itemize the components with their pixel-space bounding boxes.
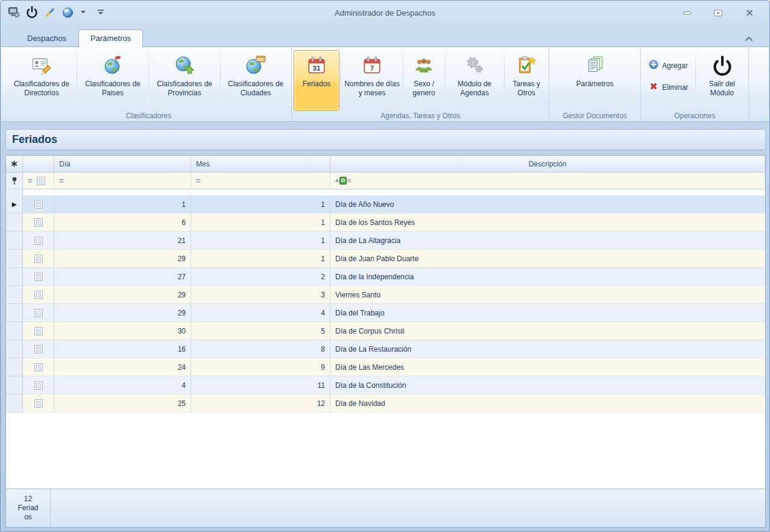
grid-empty-area[interactable] [6, 413, 765, 489]
cell-descripcion[interactable]: Viernes Santo [330, 286, 765, 304]
cell-mes[interactable]: 1 [191, 214, 330, 232]
cell-descripcion[interactable]: Día del Trabajo [330, 304, 765, 322]
equals-operator-icon[interactable]: = [59, 176, 64, 185]
cell-mes[interactable]: 4 [191, 304, 330, 322]
close-button[interactable]: × [744, 8, 755, 17]
ribbon-button-tareas-otros[interactable]: Tareas y Otros [506, 50, 547, 111]
row-checkbox-cell[interactable] [23, 322, 54, 340]
cell-dia[interactable]: 29 [54, 304, 191, 322]
cell-mes[interactable]: 5 [191, 322, 330, 340]
row-checkbox[interactable] [34, 327, 43, 335]
cell-descripcion[interactable]: Día de la Independencia [330, 268, 765, 286]
equals-operator-icon[interactable]: = [28, 176, 33, 185]
grid-row[interactable]: 168Día de La Restauración [6, 340, 765, 358]
cell-mes[interactable]: 11 [191, 376, 330, 394]
cell-mes[interactable]: 1 [191, 232, 330, 250]
tab-parametros[interactable]: Parámetros [78, 30, 143, 47]
grid-row[interactable]: 411Día de la Constitución [6, 376, 765, 394]
minimize-button[interactable] [681, 8, 692, 17]
cell-descripcion[interactable]: Día de La Restauración [330, 340, 765, 358]
row-checkbox-cell[interactable] [23, 286, 54, 304]
row-checkbox[interactable] [34, 309, 43, 317]
row-checkbox[interactable] [34, 381, 43, 390]
cell-descripcion[interactable]: Día de Corpus Christi [330, 322, 765, 340]
grid-row[interactable]: 211Día de La Altagracia [6, 232, 765, 250]
ribbon-button-clasificadores-ciudades[interactable]: ABC Clasificadores de Ciudades [222, 50, 289, 111]
cell-dia[interactable]: 6 [54, 214, 191, 232]
grid-row[interactable]: 61Día de los Santos Reyes [6, 214, 765, 232]
cell-dia[interactable]: 27 [54, 268, 191, 286]
ribbon-button-modulo-agendas[interactable]: Módulo de Agendas [446, 50, 503, 111]
ribbon-button-sexo-genero[interactable]: Sexo / genero [405, 50, 443, 111]
contains-filter-icon[interactable]: ABC [335, 177, 351, 185]
cell-descripcion[interactable]: Día de Las Mercedes [330, 358, 765, 376]
grid-row[interactable]: 272Día de la Independencia [6, 268, 765, 286]
filter-checkbox[interactable] [37, 177, 45, 185]
row-checkbox[interactable] [34, 399, 43, 408]
row-checkbox[interactable] [34, 363, 43, 372]
ribbon-button-nombres-dias-meses[interactable]: 7 Nombres de días y meses [342, 50, 402, 111]
column-header-mes[interactable]: Mes [191, 156, 330, 172]
ribbon-button-agregar[interactable]: Agregar [649, 60, 688, 71]
grid-row[interactable]: 2512Día de Navidad [6, 394, 765, 413]
cell-mes[interactable]: 3 [191, 286, 330, 304]
ribbon-button-salir-modulo[interactable]: Salir del Módulo [697, 50, 746, 111]
cell-mes[interactable]: 12 [191, 394, 330, 413]
ribbon-button-eliminar[interactable]: Eliminar [649, 81, 688, 93]
filter-cell-checkbox[interactable]: = [23, 173, 54, 189]
ribbon-button-feriados[interactable]: 31 Feriados [294, 50, 339, 111]
ribbon-button-parametros-gestor[interactable]: Parámetros [560, 50, 631, 111]
cell-mes[interactable]: 1 [191, 250, 330, 268]
row-checkbox-cell[interactable] [23, 340, 54, 358]
cell-mes[interactable]: 9 [191, 358, 330, 376]
cell-dia[interactable]: 1 [54, 195, 191, 214]
maximize-button[interactable] [713, 8, 724, 17]
cell-descripcion[interactable]: Día de Navidad [330, 394, 765, 413]
row-checkbox-cell[interactable] [23, 232, 54, 250]
cell-descripcion[interactable]: Día de la Constitución [330, 376, 765, 394]
row-checkbox[interactable] [34, 255, 43, 263]
filter-cell-mes[interactable]: = [191, 173, 330, 189]
row-checkbox[interactable] [34, 291, 43, 299]
grid-row[interactable]: 291Día de Juan Pablo Duarte [6, 250, 765, 268]
ribbon-collapse-button[interactable] [744, 35, 754, 42]
row-checkbox[interactable] [34, 236, 43, 245]
row-checkbox-cell[interactable] [23, 250, 54, 268]
grid-row[interactable]: 293Viernes Santo [6, 286, 765, 304]
row-checkbox[interactable] [34, 345, 43, 353]
cell-dia[interactable]: 25 [54, 394, 191, 413]
row-indicator-header[interactable] [6, 156, 23, 172]
grid-row[interactable]: 249Día de Las Mercedes [6, 358, 765, 376]
row-checkbox[interactable] [34, 273, 43, 281]
ribbon-button-clasificadores-provincias[interactable]: Claisficadores de Provincias [150, 50, 219, 111]
cell-dia[interactable]: 4 [54, 376, 191, 394]
row-checkbox-cell[interactable] [23, 214, 54, 232]
cell-descripcion[interactable]: Día de La Altagracia [330, 232, 765, 250]
column-header-dia[interactable]: Día [54, 156, 191, 172]
cell-dia[interactable]: 21 [54, 232, 191, 250]
cell-dia[interactable]: 24 [54, 358, 191, 376]
cell-dia[interactable]: 29 [54, 250, 191, 268]
cell-dia[interactable]: 30 [54, 322, 191, 340]
cell-descripcion[interactable]: Día de Juan Pablo Duarte [330, 250, 765, 268]
cell-descripcion[interactable]: Día de los Santos Reyes [330, 214, 765, 232]
row-checkbox-cell[interactable] [23, 195, 54, 214]
row-checkbox[interactable] [34, 218, 43, 227]
cell-dia[interactable]: 16 [54, 340, 191, 358]
cell-descripcion[interactable]: Día de Año Nuevo [330, 195, 765, 214]
grid-row[interactable]: 305Día de Corpus Christi [6, 322, 765, 340]
row-checkbox-cell[interactable] [23, 304, 54, 322]
row-checkbox-cell[interactable] [23, 268, 54, 286]
filter-cell-descripcion[interactable]: ABC [330, 173, 765, 189]
row-checkbox-cell[interactable] [23, 358, 54, 376]
row-checkbox[interactable] [34, 200, 43, 209]
grid-row[interactable]: ▶11Día de Año Nuevo [6, 195, 765, 214]
ribbon-button-clasificadores-directorios[interactable]: Clasificadores de Directorios [8, 50, 75, 111]
cell-mes[interactable]: 8 [191, 340, 330, 358]
equals-operator-icon[interactable]: = [196, 176, 201, 185]
cell-dia[interactable]: 29 [54, 286, 191, 304]
row-checkbox-cell[interactable] [23, 394, 54, 413]
column-header-descripcion[interactable]: Descripción [330, 156, 765, 172]
tab-despachos[interactable]: Despachos [15, 30, 78, 47]
cell-mes[interactable]: 2 [191, 268, 330, 286]
